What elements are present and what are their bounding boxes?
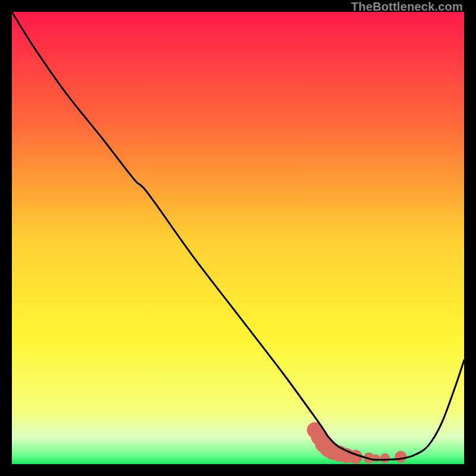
chart-frame xyxy=(12,12,464,464)
chart-background xyxy=(12,12,464,464)
highlight-dot xyxy=(372,454,380,462)
watermark-label: TheBottleneck.com xyxy=(351,0,463,14)
highlight-dot xyxy=(395,451,407,463)
chart-svg xyxy=(12,12,464,464)
highlight-dot xyxy=(380,453,390,464)
